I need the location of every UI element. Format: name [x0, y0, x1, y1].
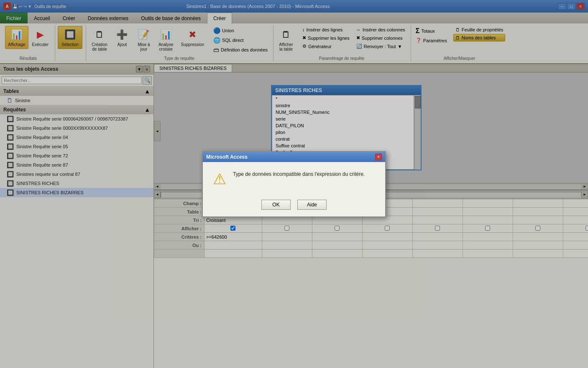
- dialog-message: Type de données incompatible dans l'expr…: [233, 170, 375, 178]
- dialog-overlay: Microsoft Access × ⚠ Type de données inc…: [0, 0, 588, 368]
- dialog-aide-button[interactable]: Aide: [297, 200, 327, 210]
- dialog-ok-button[interactable]: OK: [261, 200, 291, 210]
- dialog-buttons: OK Aide: [203, 196, 385, 216]
- dialog-body: ⚠ Type de données incompatible dans l'ex…: [203, 162, 385, 196]
- dialog-title: Microsoft Access: [206, 154, 248, 160]
- microsoft-access-dialog: Microsoft Access × ⚠ Type de données inc…: [202, 151, 386, 217]
- dialog-close-button[interactable]: ×: [375, 154, 382, 160]
- dialog-warning-icon: ⚠: [213, 170, 226, 188]
- dialog-titlebar: Microsoft Access ×: [203, 152, 385, 162]
